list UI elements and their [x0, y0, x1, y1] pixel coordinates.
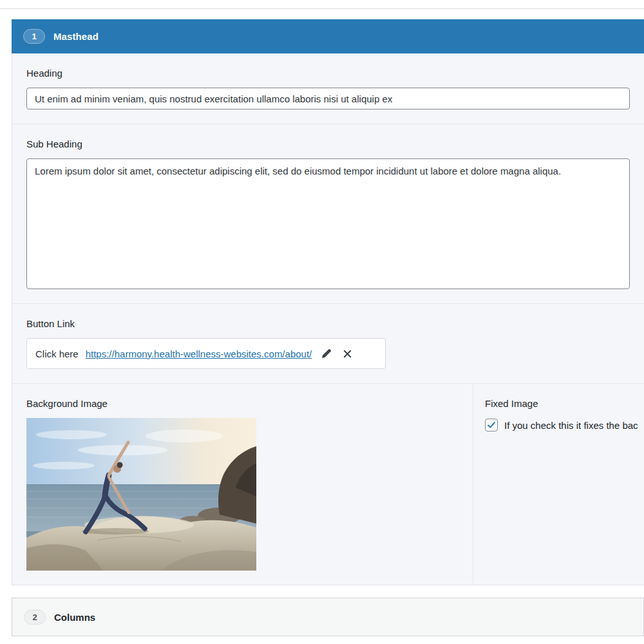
layout-title: Columns: [54, 612, 95, 623]
background-image-label: Background Image: [26, 398, 459, 409]
masthead-layout-panel: 1 Masthead Heading Sub Heading Lorem ips…: [12, 19, 644, 585]
heading-label: Heading: [26, 68, 630, 79]
button-link-url[interactable]: https://harmony.health-wellness-websites…: [86, 348, 312, 359]
background-image-preview[interactable]: [26, 418, 256, 571]
masthead-layout-header[interactable]: 1 Masthead: [12, 19, 644, 53]
button-link-field: Button Link Click here https://harmony.h…: [12, 303, 644, 383]
heading-input[interactable]: [26, 88, 630, 109]
image-settings-row: Background Image: [12, 383, 644, 585]
page-editor: { "masthead": { "badge": "1", "title": "…: [0, 0, 644, 644]
remove-link-button[interactable]: [340, 346, 354, 361]
button-link-box: Click here https://harmony.health-wellne…: [26, 338, 386, 369]
sub-heading-textarea[interactable]: Lorem ipsum dolor sit amet, consectetur …: [26, 158, 630, 289]
fixed-image-checkbox-label: If you check this it fixes the bac: [504, 420, 638, 431]
heading-field: Heading: [12, 53, 644, 124]
fixed-image-checkbox[interactable]: [485, 419, 498, 431]
masthead-layout-body: Heading Sub Heading Lorem ipsum dolor si…: [12, 53, 644, 585]
button-link-text: Click here: [35, 348, 79, 359]
sub-heading-label: Sub Heading: [26, 138, 630, 149]
layout-title: Masthead: [53, 31, 99, 42]
x-icon: [342, 348, 353, 359]
page-top-divider: [0, 8, 644, 9]
pencil-icon: [320, 348, 332, 360]
layout-order-badge: 1: [23, 29, 45, 44]
sub-heading-field: Sub Heading Lorem ipsum dolor sit amet, …: [12, 124, 644, 303]
layout-order-badge: 2: [24, 610, 46, 625]
columns-layout-header[interactable]: 2 Columns: [12, 598, 644, 636]
edit-link-button[interactable]: [319, 346, 333, 361]
fixed-image-label: Fixed Image: [485, 398, 644, 409]
fixed-image-checkbox-row: If you check this it fixes the bac: [485, 419, 644, 431]
check-icon: [486, 420, 497, 430]
fixed-image-field: Fixed Image If you check this it fixes t…: [473, 384, 644, 585]
button-link-label: Button Link: [26, 318, 630, 329]
background-image-field: Background Image: [12, 384, 473, 585]
